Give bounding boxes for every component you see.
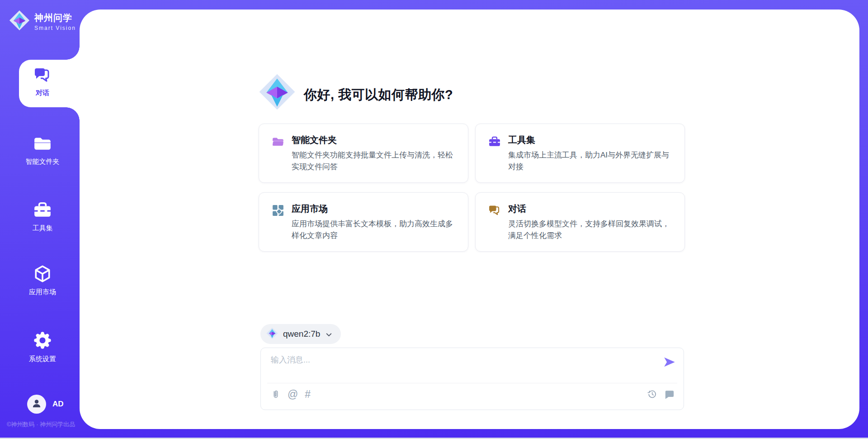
history-icon[interactable]	[647, 389, 657, 399]
at-icon[interactable]: @	[288, 389, 298, 400]
brand-logo: 神州问学 Smart Vision	[9, 10, 76, 33]
sidebar-item-chat[interactable]: 对话	[5, 66, 80, 97]
sidebar-item-settings[interactable]: 系统设置	[5, 330, 80, 363]
model-name: qwen2:7b	[283, 329, 320, 339]
card-description: 智能文件夹功能支持批量文件上传与清洗，轻松实现文件问答	[292, 149, 460, 173]
cube-icon	[33, 264, 52, 285]
toolbox-icon	[33, 200, 52, 221]
hero-diamond-icon	[259, 72, 296, 113]
app-grid-icon	[272, 204, 284, 219]
sidebar-item-label: 应用市场	[5, 288, 80, 296]
send-button[interactable]	[663, 355, 676, 369]
folder-open-icon	[272, 135, 284, 150]
brand-subtitle: Smart Vision	[34, 25, 76, 31]
gear-icon	[33, 330, 52, 352]
sidebar-item-label: 系统设置	[5, 355, 80, 363]
card-title: 智能文件夹	[292, 134, 337, 146]
sidebar-item-label: 对话	[5, 89, 80, 97]
chat-bubble-icon[interactable]	[665, 389, 675, 399]
user-row[interactable]: AD	[27, 395, 64, 414]
card-title: 应用市场	[292, 203, 328, 215]
toolbox-icon	[488, 135, 501, 150]
sidebar-item-app-market[interactable]: 应用市场	[5, 264, 80, 296]
brand-diamond-icon	[9, 10, 30, 33]
card-chat[interactable]: 对话 灵活切换多模型文件，支持多样回复效果调试，满足个性化需求	[475, 192, 685, 252]
sidebar-item-toolset[interactable]: 工具集	[5, 200, 80, 233]
card-description: 集成市场上主流工具，助力AI与外界无缝扩展与对接	[508, 149, 676, 173]
chat-icon	[488, 204, 501, 219]
sidebar-item-label: 智能文件夹	[5, 157, 80, 166]
feature-cards: 智能文件夹 智能文件夹功能支持批量文件上传与清洗，轻松实现文件问答 工具集 集成…	[259, 124, 685, 252]
person-icon	[31, 397, 42, 411]
card-description: 灵活切换多模型文件，支持多样回复效果调试，满足个性化需求	[508, 218, 676, 242]
card-title: 工具集	[508, 134, 535, 146]
brand-diamond-icon	[266, 327, 278, 341]
chat-icon	[33, 66, 52, 86]
model-selector[interactable]: qwen2:7b	[260, 324, 341, 344]
card-toolset[interactable]: 工具集 集成市场上主流工具，助力AI与外界无缝扩展与对接	[475, 124, 685, 183]
card-title: 对话	[508, 203, 526, 215]
sidebar-item-label: 工具集	[5, 224, 80, 233]
hash-icon[interactable]: #	[305, 389, 311, 400]
copyright-footer: ©神州数码 · 神州问学出品	[7, 420, 75, 429]
send-icon	[663, 363, 676, 370]
card-app-market[interactable]: 应用市场 应用市场提供丰富长文本模板，助力高效生成多样化文章内容	[259, 192, 468, 252]
composer-divider	[267, 383, 677, 383]
user-initials: AD	[52, 400, 64, 409]
message-composer: @ #	[260, 348, 684, 410]
sidebar: 神州问学 Smart Vision 对话 智能文件夹	[0, 0, 80, 439]
chevron-down-icon	[325, 331, 333, 339]
paperclip-icon[interactable]	[271, 389, 281, 400]
greeting-title: 你好, 我可以如何帮助你?	[304, 86, 453, 104]
message-input[interactable]	[271, 354, 632, 381]
card-smart-folder[interactable]: 智能文件夹 智能文件夹功能支持批量文件上传与清洗，轻松实现文件问答	[259, 124, 468, 183]
card-description: 应用市场提供丰富长文本模板，助力高效生成多样化文章内容	[292, 218, 460, 242]
sidebar-item-smart-folder[interactable]: 智能文件夹	[5, 134, 80, 166]
folder-icon	[33, 134, 52, 155]
avatar[interactable]	[27, 395, 46, 414]
brand-name: 神州问学	[34, 13, 72, 23]
